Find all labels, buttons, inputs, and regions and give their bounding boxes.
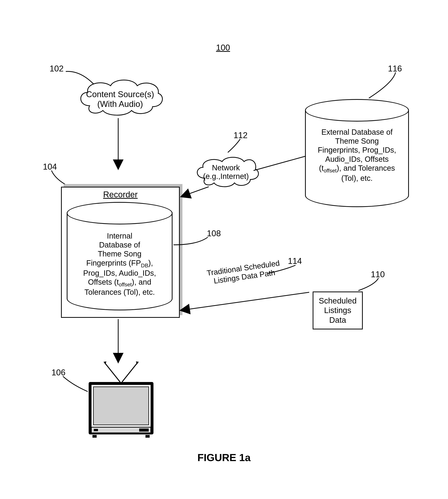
arrow-recorder-to-tv [114,318,122,362]
arrow-content-to-recorder [114,117,122,169]
sched-l2: Listings [324,306,351,315]
arrow-sched-to-recorder [180,290,314,312]
content-source-line2: (With Audio) [97,99,143,109]
tv-icon [82,361,160,441]
leader-116 [366,71,400,101]
svg-rect-13 [94,429,98,431]
external-db-cylinder: External Database of Theme Song Fingerpr… [305,99,409,209]
svg-rect-14 [139,428,149,432]
svg-line-2 [254,155,309,171]
svg-line-3 [185,292,309,310]
ref-label-102: 102 [49,64,64,73]
svg-rect-11 [93,387,149,425]
leader-110 [356,276,383,293]
idb-l5: Prog_IDs, Audio_IDs, [83,269,156,277]
idb-l7: Tolerances (Tol), etc. [84,288,155,296]
trad-path-label: Traditional Scheduled Listings Data Path [193,257,294,288]
scheduled-listings-box: Scheduled Listings Data [313,292,363,329]
network-line1: Network [212,163,240,172]
idb-l1: Internal [107,232,132,240]
svg-rect-15 [93,435,97,438]
leader-104 [49,168,72,189]
leader-108 [173,234,211,250]
edb-l5: (toffset), and Tolerances [319,164,395,172]
sched-l3: Data [329,315,346,325]
recorder-title: Recorder [62,187,179,201]
edb-l2: Theme Song [335,137,379,145]
edb-l1: External Database of [321,128,393,136]
idb-l2: Database of [99,241,140,249]
svg-rect-16 [145,435,150,438]
network-line2: (e.g.,Internet) [203,172,249,180]
line-extdb-to-network [252,155,313,174]
edb-l6: (Tol), etc. [341,174,372,182]
svg-line-5 [105,363,120,382]
edb-l3: Fingerprints, Prog_IDs, [318,146,396,154]
arrow-network-to-recorder [182,185,213,198]
internal-db-cylinder: Internal Database of Theme Song Fingerpr… [67,202,173,312]
network-text: Network (e.g.,Internet) [199,163,253,181]
figure-ref-number: 100 [212,43,235,52]
figure-title: FIGURE 1a [0,452,448,463]
svg-line-6 [122,363,137,382]
idb-l3: Theme Song [98,250,142,258]
idb-l6: Offsets (toffset), and [88,278,151,286]
content-source-text: Content Source(s) (With Audio) [82,90,158,109]
idb-l4: Fingerprints (FPDB), [86,259,153,267]
sched-l1: Scheduled [319,296,357,305]
svg-line-1 [185,187,209,195]
content-source-line1: Content Source(s) [86,90,154,99]
edb-l4: Audio_IDs, Offsets [325,155,389,163]
